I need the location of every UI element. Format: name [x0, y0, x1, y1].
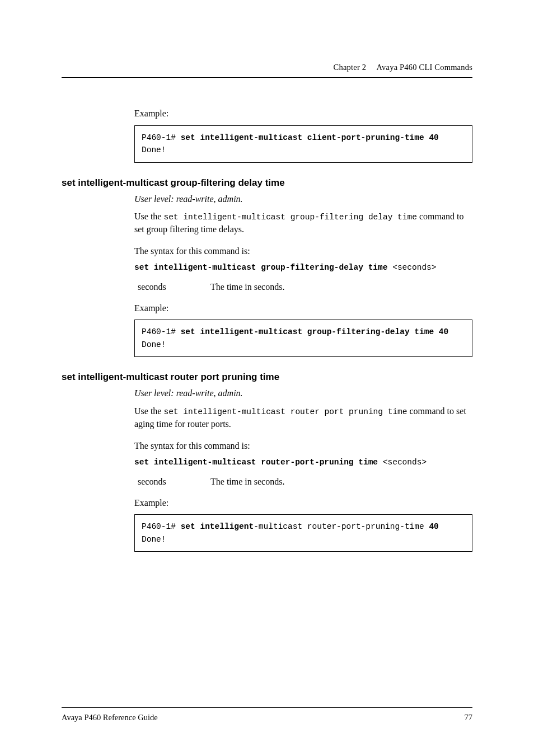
param-row: seconds The time in seconds.	[138, 282, 472, 292]
example-box-3: P460-1# set intelligent-multicast router…	[134, 514, 472, 552]
code-output: Done!	[142, 145, 166, 154]
example-label: Example:	[134, 107, 472, 120]
code-prompt: P460-1#	[142, 327, 181, 336]
code-bold-1: set intelligent	[181, 522, 254, 531]
param-desc: The time in seconds.	[210, 477, 472, 487]
usage-pre: Use the	[134, 212, 163, 221]
param-row: seconds The time in seconds.	[138, 477, 472, 487]
usage-para: Use the set intelligent-multicast group-…	[134, 210, 472, 235]
user-level: User level: read-write, admin.	[134, 193, 472, 205]
running-header: Chapter 2 Avaya P460 CLI Commands	[334, 63, 472, 72]
example-label: Example:	[134, 302, 472, 314]
content: Example: P460-1# set intelligent-multica…	[62, 107, 472, 566]
chapter-title: Avaya P460 CLI Commands	[377, 63, 472, 72]
param-desc: The time in seconds.	[210, 282, 472, 292]
header-rule	[62, 77, 472, 78]
syntax-bold: set intelligent-multicast router-port-pr…	[134, 458, 383, 467]
syntax-intro: The syntax for this command is:	[134, 440, 472, 452]
example-box-2: P460-1# set intelligent-multicast group-…	[134, 320, 472, 357]
example-box-1: P460-1# set intelligent-multicast client…	[134, 125, 472, 163]
heading-gfd: set intelligent-multicast group-filterin…	[62, 177, 472, 189]
code-plain-1: -multicast router-port-pruning-time	[254, 522, 429, 531]
code-bold-2: 40	[429, 522, 438, 531]
footer-left: Avaya P460 Reference Guide	[62, 713, 158, 722]
chapter-label: Chapter 2	[334, 63, 367, 72]
page: Chapter 2 Avaya P460 CLI Commands Exampl…	[0, 0, 534, 756]
usage-pre: Use the	[134, 406, 163, 416]
usage-mono: set intelligent-multicast router port pr…	[163, 407, 407, 416]
code-command: set intelligent-multicast client-port-pr…	[181, 133, 439, 142]
syntax-intro: The syntax for this command is:	[134, 245, 472, 257]
usage-mono: set intelligent-multicast group-filterin…	[163, 213, 416, 222]
example-label: Example:	[134, 497, 472, 509]
code-prompt: P460-1#	[142, 522, 181, 531]
heading-rpp: set intelligent-multicast router port pr…	[62, 372, 472, 383]
code-command: set intelligent-multicast group-filterin…	[181, 327, 449, 336]
syntax-line: set intelligent-multicast group-filterin…	[134, 263, 472, 272]
section-gfd: User level: read-write, admin. Use the s…	[134, 193, 472, 358]
param-name: seconds	[138, 477, 210, 487]
code-prompt: P460-1#	[142, 133, 181, 142]
section-top: Example: P460-1# set intelligent-multica…	[134, 107, 472, 163]
syntax-line: set intelligent-multicast router-port-pr…	[134, 458, 472, 467]
code-output: Done!	[142, 340, 166, 349]
footer-rule	[62, 707, 472, 708]
syntax-bold: set intelligent-multicast group-filterin…	[134, 263, 392, 272]
section-rpp: User level: read-write, admin. Use the s…	[134, 387, 472, 552]
code-output: Done!	[142, 535, 166, 544]
usage-para: Use the set intelligent-multicast router…	[134, 405, 472, 430]
page-number: 77	[465, 713, 473, 722]
syntax-arg: <seconds>	[383, 458, 427, 467]
user-level: User level: read-write, admin.	[134, 387, 472, 400]
param-name: seconds	[138, 282, 210, 292]
syntax-arg: <seconds>	[392, 263, 436, 272]
